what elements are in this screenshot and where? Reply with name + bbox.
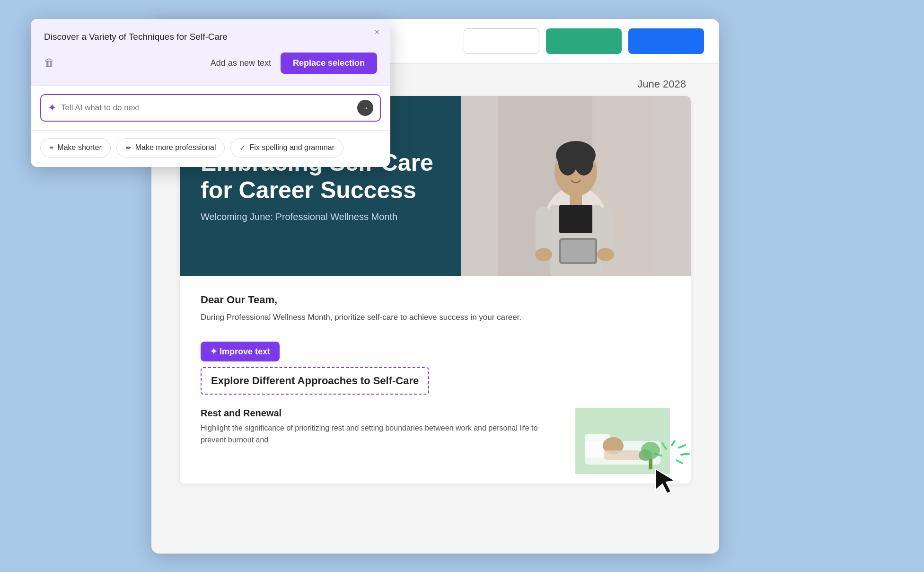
ai-sparkle-icon: ✦ — [48, 102, 56, 114]
intro-text: During Professional Wellness Month, prio… — [201, 311, 670, 324]
hero-subtitle: Welcoming June: Professional Wellness Mo… — [201, 211, 440, 222]
cursor-group — [639, 440, 695, 497]
suggestion-box: Discover a Variety of Techniques for Sel… — [31, 19, 390, 86]
chip-make-shorter[interactable]: ≡ Make shorter — [40, 138, 111, 158]
replace-selection-button[interactable]: Replace selection — [281, 53, 377, 74]
improve-text-button[interactable]: ✦ Improve text — [201, 342, 280, 361]
svg-point-15 — [597, 248, 614, 261]
chip-make-professional-label: Make more professional — [135, 143, 216, 152]
chips-row: ≡ Make shorter ✒ Make more professional … — [31, 131, 390, 167]
ai-popup: × Discover a Variety of Techniques for S… — [31, 19, 390, 167]
svg-line-28 — [662, 443, 666, 449]
dear-team-section: Dear Our Team, During Professional Welln… — [180, 276, 691, 334]
popup-close-button[interactable]: × — [370, 26, 384, 39]
svg-rect-10 — [536, 207, 552, 255]
make-shorter-icon: ≡ — [49, 143, 53, 152]
send-arrow-icon: → — [361, 104, 369, 112]
suggestion-text: Discover a Variety of Techniques for Sel… — [44, 30, 377, 44]
svg-rect-9 — [559, 205, 592, 233]
svg-point-14 — [535, 248, 552, 261]
hero-image — [461, 96, 691, 276]
ai-input-area: ✦ → — [31, 86, 390, 131]
svg-line-29 — [655, 454, 661, 456]
svg-rect-13 — [561, 240, 595, 262]
toolbar-button-1[interactable] — [464, 28, 539, 54]
trash-icon: 🗑 — [44, 57, 54, 69]
cursor-sparkles-svg — [639, 440, 695, 497]
chip-make-professional[interactable]: ✒ Make more professional — [116, 138, 225, 158]
fix-spelling-icon: ✓ — [239, 143, 246, 152]
chip-fix-spelling[interactable]: ✓ Fix spelling and grammar — [230, 138, 343, 158]
svg-line-25 — [679, 445, 685, 448]
svg-rect-11 — [597, 207, 614, 255]
rest-title: Rest and Renewal — [201, 408, 561, 419]
svg-marker-30 — [655, 469, 675, 493]
selected-heading-text[interactable]: Explore Different Approaches to Self-Car… — [201, 367, 429, 395]
delete-suggestion-button[interactable]: 🗑 — [44, 57, 54, 69]
add-as-new-button[interactable]: Add as new text — [211, 58, 271, 68]
svg-line-26 — [681, 454, 689, 455]
dear-team-label: Dear Our Team, — [201, 294, 670, 306]
ai-input-row: ✦ → — [40, 94, 381, 122]
selected-section: ✦ Improve text Explore Different Approac… — [180, 334, 691, 408]
chip-fix-spelling-label: Fix spelling and grammar — [249, 143, 334, 152]
svg-point-7 — [574, 149, 593, 176]
chip-make-shorter-label: Make shorter — [57, 143, 101, 152]
svg-line-24 — [672, 440, 676, 445]
svg-line-27 — [677, 460, 682, 463]
person-illustration — [461, 96, 691, 276]
ai-text-input[interactable] — [61, 103, 352, 113]
ai-send-button[interactable]: → — [357, 100, 373, 116]
rest-section: Rest and Renewal Highlight the significa… — [180, 408, 691, 484]
toolbar-button-2[interactable] — [546, 28, 622, 54]
make-professional-icon: ✒ — [125, 143, 132, 152]
rest-body: Highlight the significance of prioritizi… — [201, 422, 561, 446]
toolbar-button-3[interactable] — [628, 28, 704, 54]
suggestion-actions: 🗑 Add as new text Replace selection — [44, 53, 377, 74]
